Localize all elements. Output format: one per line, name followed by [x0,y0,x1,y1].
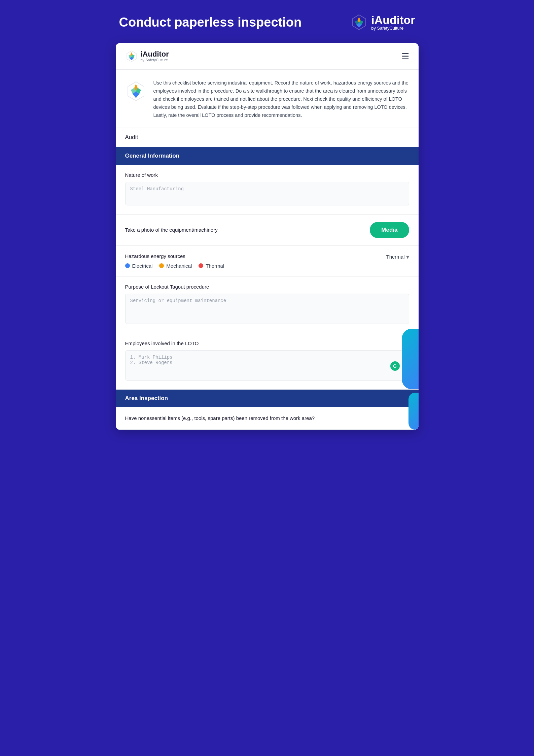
energy-option-thermal-label: Thermal [206,263,224,269]
header-logo: iAuditor by SafetyCulture [350,13,415,31]
photo-row: Take a photo of the equipment/machinery … [116,215,419,246]
employees-row: Employees involved in the LOTO 1. Mark P… [116,333,419,390]
lockout-row: Purpose of Lockout Tagout procedure Serv… [116,276,419,333]
grammarly-badge: G [390,361,400,371]
audit-label: Audit [125,134,138,140]
nature-of-work-input[interactable]: Steel Manufacturing [125,182,409,205]
area-question-text: Have nonessential items (e.g., tools, sp… [125,415,315,421]
energy-top: Hazardous energy sources Electrical Mech… [125,253,409,269]
main-card: iAuditor by SafetyCulture ☰ Use this che… [116,43,419,430]
lockout-input[interactable]: Servicing or equipment maintenance [125,294,409,324]
audit-section: Audit [116,128,419,147]
employees-label: Employees involved in the LOTO [125,340,409,346]
general-info-title: General Information [125,153,180,159]
wave-decoration-1 [402,329,419,389]
description-section: Use this checklist before servicing indu… [116,70,419,128]
hamburger-icon[interactable]: ☰ [401,51,409,62]
area-inspection-title: Area Inspection [125,395,168,401]
wave-decoration-2 [408,393,419,430]
energy-option-mechanical-label: Mechanical [166,263,192,269]
energy-option-electrical-label: Electrical [132,263,153,269]
energy-option-mechanical[interactable]: Mechanical [159,263,192,269]
employees-input[interactable]: 1. Mark Philips 2. Steve Rogers [125,350,409,381]
energy-selected-value: Thermal [386,254,404,260]
card-topbar: iAuditor by SafetyCulture ☰ [116,43,419,70]
energy-option-electrical[interactable]: Electrical [125,263,153,269]
general-info-header: General Information [116,147,419,165]
area-inspection-header: Area Inspection [116,390,419,407]
description-text: Use this checklist before servicing indu… [153,79,409,120]
energy-dropdown-arrow[interactable]: ▾ [406,253,409,261]
card-logo: iAuditor by SafetyCulture [125,50,169,63]
dot-thermal [199,263,203,268]
card-logo-icon [125,50,138,63]
card-logo-text: iAuditor by SafetyCulture [141,51,169,62]
page-title: Conduct paperless inspection [119,15,302,30]
employees-field-wrapper: 1. Mark Philips 2. Steve Rogers G [125,350,409,382]
page-header: Conduct paperless inspection iAuditor by… [116,13,419,31]
desc-logo-icon [125,80,147,102]
energy-left: Hazardous energy sources Electrical Mech… [125,253,386,269]
energy-options: Electrical Mechanical Thermal [125,263,386,269]
lockout-label: Purpose of Lockout Tagout procedure [125,284,409,290]
dot-mechanical [159,263,164,268]
dot-electrical [125,263,130,268]
energy-select-wrapper[interactable]: Thermal ▾ [386,253,409,261]
nature-of-work-row: Nature of work Steel Manufacturing [116,165,419,215]
header-logo-text: iAuditor by SafetyCulture [371,14,415,31]
nature-of-work-label: Nature of work [125,172,409,178]
media-row-inner: Take a photo of the equipment/machinery … [125,222,409,238]
area-question-row: Have nonessential items (e.g., tools, sp… [116,407,419,430]
photo-label: Take a photo of the equipment/machinery [125,227,218,233]
media-button[interactable]: Media [370,222,409,238]
hazardous-label: Hazardous energy sources [125,253,386,259]
energy-option-thermal[interactable]: Thermal [199,263,224,269]
hazardous-energy-row: Hazardous energy sources Electrical Mech… [116,246,419,276]
iauditor-logo-icon [350,13,368,31]
